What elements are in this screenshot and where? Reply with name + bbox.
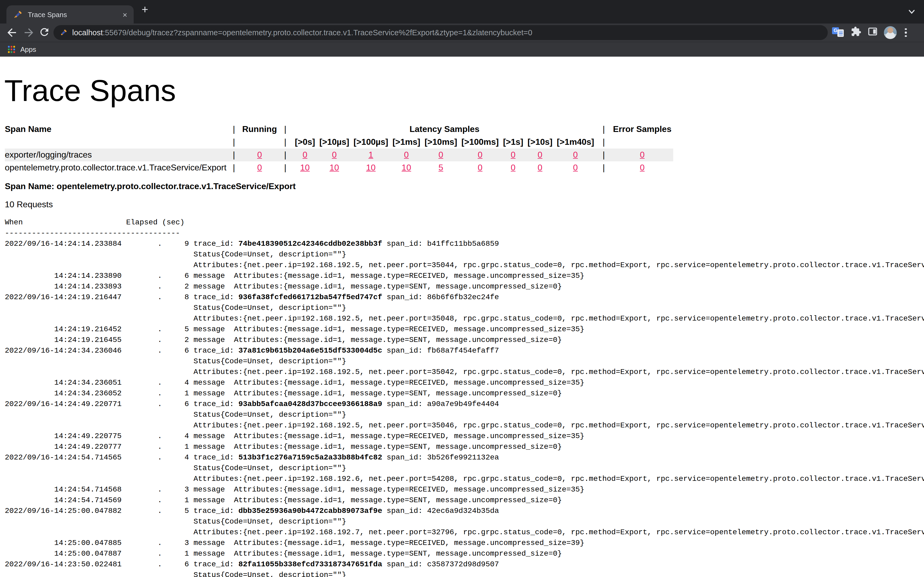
trace-id: 93abb5afcaa0428d37bccee9366188a9 xyxy=(239,400,382,408)
message-line: 14:24:19.216455 . 2 message Attributes:{… xyxy=(5,334,924,345)
latency-count-link[interactable]: 10 xyxy=(402,163,411,172)
status-line: Status{Code=Unset, description=""} xyxy=(5,516,924,527)
pipe: | xyxy=(596,136,611,148)
status-line: Status{Code=Unset, description=""} xyxy=(5,463,924,473)
trace-samples-list: When Elapsed (sec) ---------------------… xyxy=(5,217,924,577)
latency-count-link[interactable]: 0 xyxy=(538,163,543,172)
message-line: 14:24:19.216452 . 5 message Attributes:{… xyxy=(5,324,924,334)
bucket-label: [>10s] xyxy=(525,136,554,148)
attributes-line: Attributes:{net.peer.ip=192.168.192.7, n… xyxy=(5,527,924,537)
new-tab-button[interactable]: + xyxy=(138,3,152,16)
pipe: | xyxy=(278,161,293,174)
trace-id: dbb35e25936a90b4472cabb89073af9e xyxy=(239,506,382,515)
pipe: | xyxy=(596,123,611,136)
reload-button[interactable] xyxy=(39,26,51,39)
extensions-puzzle-icon[interactable] xyxy=(851,26,861,39)
forward-button[interactable] xyxy=(23,26,35,39)
bucket-label: [>1m40s] xyxy=(554,136,596,148)
error-count-link[interactable]: 0 xyxy=(640,163,645,172)
latency-count-link[interactable]: 0 xyxy=(538,150,543,159)
latency-count-link[interactable]: 0 xyxy=(510,163,515,172)
message-line: 14:24:49.220775 . 4 message Attributes:{… xyxy=(5,430,924,441)
profile-avatar[interactable] xyxy=(884,26,897,39)
latency-count-link[interactable]: 10 xyxy=(366,163,376,172)
telescope-favicon xyxy=(14,10,23,19)
trace-id: 74be418390512c42346cddb02e38bb3f xyxy=(239,239,382,248)
latency-count-link[interactable]: 1 xyxy=(368,150,373,159)
span-when-elapsed: 2022/09/16-14:24:49.220771 . 6 trace_id: xyxy=(5,400,239,408)
span-when-elapsed: 2022/09/16-14:25:00.047882 . 5 trace_id: xyxy=(5,506,239,515)
browser-window: Trace Spans × + loca xyxy=(0,0,924,577)
tab-close-icon[interactable]: × xyxy=(123,10,127,18)
span-id-label: span_id: xyxy=(382,346,427,355)
error-count-link[interactable]: 0 xyxy=(640,150,645,159)
span-id-label: span_id: xyxy=(382,239,427,248)
latency-count-link[interactable]: 5 xyxy=(438,163,443,172)
trace-entry-line: 2022/09/16-14:24:54.714565 . 4 trace_id:… xyxy=(5,452,924,463)
side-panel-icon[interactable] xyxy=(867,26,878,39)
bookmark-apps[interactable]: Apps xyxy=(20,45,36,53)
tracez-page: Trace Spans Span Name | Running | Latenc… xyxy=(0,56,924,577)
tab-search-chevron-icon[interactable] xyxy=(908,8,916,18)
summary-header-row: Span Name | Running | Latency Samples | … xyxy=(5,123,673,136)
pipe: | xyxy=(278,148,293,161)
apps-grid-icon[interactable] xyxy=(8,45,16,53)
bucket-label: [>10µs] xyxy=(317,136,351,148)
latency-count-link[interactable]: 0 xyxy=(478,150,483,159)
message-line: 14:25:00.047887 . 1 message Attributes:{… xyxy=(5,548,924,559)
span-name-cell: exporter/logging/traces xyxy=(5,148,226,161)
latency-count-link[interactable]: 0 xyxy=(332,150,337,159)
attributes-line: Attributes:{net.peer.ip=192.168.192.6, n… xyxy=(5,473,924,484)
table-row: exporter/logging/traces | 0 | 0 0 1 0 0 … xyxy=(5,148,673,161)
latency-count-link[interactable]: 0 xyxy=(510,150,515,159)
span-id: 3b526fe9921132ea xyxy=(427,453,499,462)
col-error-samples: Error Samples xyxy=(611,123,673,136)
trace-entry-line: 2022/09/16-14:24:19.216447 . 8 trace_id:… xyxy=(5,292,924,302)
pipe: | xyxy=(226,148,241,161)
status-line: Status{Code=Unset, description=""} xyxy=(5,409,924,420)
latency-count-link[interactable]: 0 xyxy=(478,163,483,172)
span-when-elapsed: 2022/09/16-14:23:50.022481 . 6 trace_id: xyxy=(5,560,239,569)
span-id-label: span_id: xyxy=(382,560,427,569)
mono-divider: --------------------------------------- xyxy=(5,227,924,238)
latency-count-link[interactable]: 10 xyxy=(330,163,339,172)
running-count-link[interactable]: 0 xyxy=(257,163,262,172)
running-count-link[interactable]: 0 xyxy=(257,150,262,159)
message-line: 14:24:49.220777 . 1 message Attributes:{… xyxy=(5,441,924,452)
span-id: 42ec6a9d324b35da xyxy=(427,506,499,515)
chrome-menu-icon[interactable] xyxy=(903,28,909,37)
trace-entry-line: 2022/09/16-14:24:34.236046 . 6 trace_id:… xyxy=(5,345,924,356)
latency-count-link[interactable]: 0 xyxy=(438,150,443,159)
tab-trace-spans[interactable]: Trace Spans × xyxy=(6,5,134,24)
trace-entry-line: 2022/09/16-14:24:14.233884 . 9 trace_id:… xyxy=(5,238,924,249)
span-name-cell: opentelemetry.proto.collector.trace.v1.T… xyxy=(5,161,226,174)
latency-count-link[interactable]: 0 xyxy=(573,150,578,159)
request-count: 10 Requests xyxy=(5,200,924,210)
trace-id: 37a81c9b615b204a6e515df533004d5c xyxy=(239,346,382,355)
message-line: 14:24:54.714568 . 3 message Attributes:{… xyxy=(5,484,924,495)
latency-count-link[interactable]: 0 xyxy=(573,163,578,172)
status-line: Status{Code=Unset, description=""} xyxy=(5,302,924,313)
browser-toolbar: localhost:55679/debug/tracez?zspanname=o… xyxy=(0,24,924,42)
selected-span-name: Span Name: opentelemetry.proto.collector… xyxy=(5,182,924,191)
span-id: 86b6f6fb32ec24fe xyxy=(427,293,499,301)
pipe: | xyxy=(226,161,241,174)
message-line: 14:25:00.047885 . 3 message Attributes:{… xyxy=(5,537,924,548)
col-span-name: Span Name xyxy=(5,123,226,136)
latency-count-link[interactable]: 10 xyxy=(300,163,310,172)
message-line: 14:24:14.233893 . 2 message Attributes:{… xyxy=(5,281,924,292)
mono-header: When Elapsed (sec) xyxy=(5,217,924,227)
translate-icon[interactable]: G xyxy=(832,27,845,38)
back-button[interactable] xyxy=(5,26,18,39)
attributes-line: Attributes:{net.peer.ip=192.168.192.5, n… xyxy=(5,259,924,270)
address-bar[interactable]: localhost:55679/debug/tracez?zspanname=o… xyxy=(53,25,828,40)
message-line: 14:24:34.236052 . 1 message Attributes:{… xyxy=(5,388,924,398)
latency-count-link[interactable]: 0 xyxy=(404,150,409,159)
pipe: | xyxy=(226,123,241,136)
toolbar-extensions-area: G xyxy=(832,24,909,42)
translate-card xyxy=(837,29,844,37)
pipe: | xyxy=(226,136,241,148)
status-line: Status{Code=Unset, description=""} xyxy=(5,249,924,259)
span-when-elapsed: 2022/09/16-14:24:19.216447 . 8 trace_id: xyxy=(5,293,239,301)
latency-count-link[interactable]: 0 xyxy=(303,150,307,159)
